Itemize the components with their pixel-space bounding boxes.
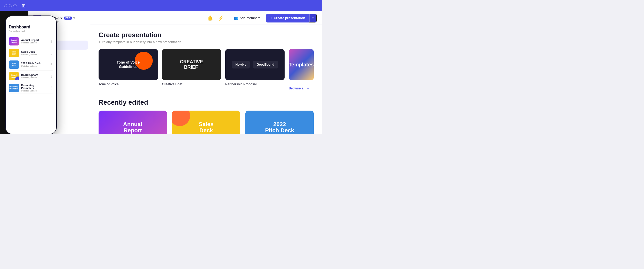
org-info: SpaceWork PRO ▾ Cici Frasier [44, 16, 86, 23]
recent-thumb-ar: AnnualReport [99, 111, 167, 134]
org-avatar: SW [33, 15, 42, 24]
dot-1 [4, 4, 7, 7]
recent-card-ar[interactable]: AnnualReport [99, 111, 167, 134]
app-scene: ⊞ SW SpaceWork PRO ▾ Cici Frasier + ⊞ [0, 0, 322, 134]
main-content: Create presentation Turn any template in… [90, 25, 322, 134]
template-card-cb[interactable]: CREATIVEBRIEF° Creative Brief [162, 49, 221, 86]
sidebar-nav: ⊞ Dashboard [28, 40, 90, 51]
dot-3 [13, 4, 17, 7]
sidebar-user: Cici Frasier [44, 20, 86, 23]
sidebar-add-section: + [28, 28, 90, 40]
add-members-icon: 👥 [234, 16, 238, 20]
sidebar-item-label: Dashboard [39, 43, 55, 47]
pd-text: 2022Pitch Deck [265, 121, 294, 134]
dashboard-icon: ⊞ [33, 43, 36, 48]
template-name-tov: Tone of Voice [99, 82, 158, 86]
add-members-button[interactable]: 👥 Add members [231, 14, 263, 21]
pp-block-1: Newbie [232, 61, 250, 68]
create-button-group: + Create presentation ▾ [266, 14, 317, 22]
sidebar-add-button[interactable]: + [31, 30, 39, 37]
recent-thumb-pd: 2022Pitch Deck [245, 111, 314, 134]
template-thumb-cb: CREATIVEBRIEF° [162, 49, 221, 80]
sidebar-plus-2[interactable]: + [31, 91, 39, 98]
recently-edited-title: Recently edited [99, 98, 314, 106]
org-chevron[interactable]: ▾ [73, 16, 75, 20]
dot-2 [9, 4, 12, 7]
lightning-button[interactable]: ⚡ [217, 14, 225, 22]
ar-text: AnnualReport [123, 121, 142, 134]
template-name-cb: Creative Brief [162, 82, 221, 86]
template-thumb-tov: Tone of VoiceGuidelines [99, 49, 158, 80]
template-card-pp[interactable]: Newbie GoodSound Partnership Proposal [225, 49, 285, 86]
sidebar-header: SW SpaceWork PRO ▾ Cici Frasier [28, 11, 90, 28]
notification-button[interactable]: 🔔 [206, 14, 214, 22]
recent-card-pd[interactable]: 2022Pitch Deck [245, 111, 314, 134]
org-name: SpaceWork PRO ▾ [44, 16, 86, 20]
header-divider [228, 16, 228, 21]
tov-text: Tone of VoiceGuidelines [117, 60, 140, 69]
sidebar-item-dashboard[interactable]: ⊞ Dashboard [30, 41, 88, 50]
sidebar-plus-rows: + + + [28, 51, 90, 134]
recently-grid: AnnualReport SalesDeck 2022Pitch Deck [99, 111, 314, 134]
black-overlay [0, 11, 28, 134]
browse-all-link[interactable]: Browse all → [289, 86, 314, 90]
sidebar: SW SpaceWork PRO ▾ Cici Frasier + ⊞ Dash… [28, 11, 90, 134]
header-actions-bar: 🔔 ⚡ 👥 Add members + Create presentation … [90, 11, 322, 25]
recent-thumb-sd: SalesDeck [172, 111, 240, 134]
create-subtitle: Turn any template in our gallery into a … [99, 40, 314, 44]
sd-text: SalesDeck [199, 121, 214, 134]
browse-all-section: Templates Browse all → [289, 49, 314, 90]
cb-text: CREATIVEBRIEF° [180, 59, 203, 70]
grid-icon: ⊞ [22, 3, 26, 9]
create-presentation-button[interactable]: + Create presentation [266, 14, 309, 22]
template-name-pp: Partnership Proposal [225, 82, 285, 86]
sidebar-plus-3[interactable]: + [31, 129, 39, 134]
create-arrow-button[interactable]: ▾ [309, 14, 317, 22]
plus-icon: + [270, 16, 272, 20]
template-grid: Tone of VoiceGuidelines Tone of Voice CR… [99, 49, 314, 90]
sd-circle [172, 111, 190, 126]
create-title: Create presentation [99, 31, 314, 39]
recent-card-sd[interactable]: SalesDeck [172, 111, 240, 134]
recently-edited-section: Recently edited AnnualReport SalesDeck [99, 98, 314, 134]
templates-thumb: Templates [289, 49, 314, 80]
templates-text: Templates [289, 62, 314, 68]
pp-block-2: GoodSound [253, 61, 278, 68]
pro-badge: PRO [64, 17, 72, 20]
create-section: Create presentation Turn any template in… [99, 31, 314, 90]
window-controls [4, 4, 17, 7]
template-card-tov[interactable]: Tone of VoiceGuidelines Tone of Voice [99, 49, 158, 86]
template-thumb-pp: Newbie GoodSound [225, 49, 285, 80]
topbar: ⊞ [0, 0, 322, 11]
sidebar-plus-1[interactable]: + [31, 53, 39, 60]
